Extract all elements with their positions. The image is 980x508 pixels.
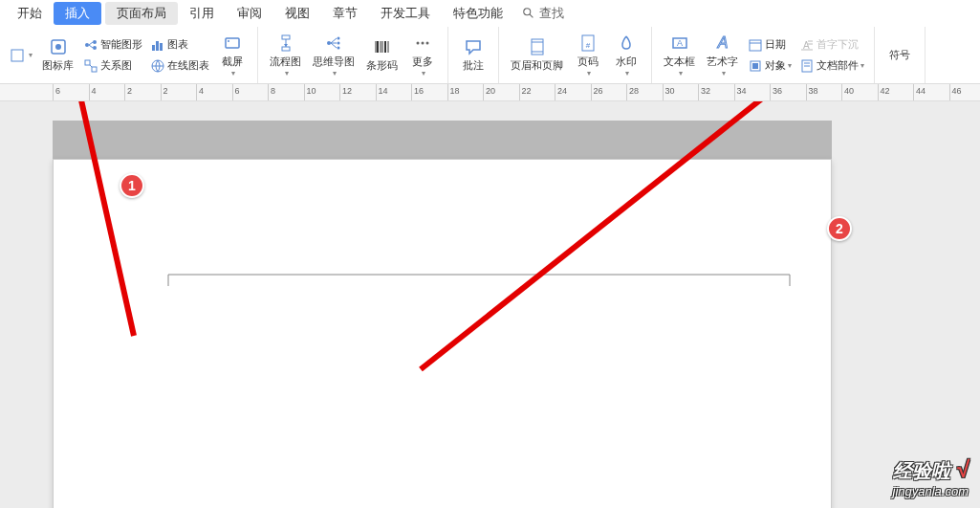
- svg-rect-39: [532, 39, 543, 55]
- dropcap-icon: A: [799, 37, 815, 53]
- tab-view[interactable]: 视图: [273, 2, 321, 25]
- barcode-label: 条形码: [366, 58, 398, 73]
- wordart-button[interactable]: A 艺术字: [701, 32, 744, 79]
- textbox-label: 文本框: [664, 55, 695, 69]
- svg-point-4: [55, 44, 61, 50]
- page-shadow: [53, 121, 832, 159]
- headerfooter-icon: [528, 37, 547, 56]
- screenshot-icon: [223, 33, 242, 53]
- chart-button[interactable]: 图表: [146, 35, 213, 55]
- flowchart-icon: [276, 33, 295, 53]
- svg-line-27: [331, 38, 337, 43]
- dropdown-small[interactable]: [6, 46, 36, 65]
- barcode-button[interactable]: 条形码: [360, 35, 403, 75]
- tab-layout[interactable]: 页面布局: [105, 2, 178, 25]
- more-icon: [413, 33, 432, 53]
- flowchart-button[interactable]: 流程图: [264, 32, 307, 79]
- svg-point-36: [417, 41, 420, 44]
- svg-rect-50: [752, 63, 758, 69]
- header-separator: [168, 273, 790, 284]
- svg-rect-17: [226, 38, 239, 48]
- svg-rect-2: [11, 50, 23, 61]
- pagenum-button[interactable]: # 页码: [569, 32, 607, 79]
- svg-point-37: [422, 41, 425, 44]
- onlinechart-button[interactable]: 在线图表: [146, 56, 213, 76]
- annotation-badge-2: 2: [827, 216, 852, 241]
- tab-insert[interactable]: 插入: [54, 2, 101, 25]
- tab-reference[interactable]: 引用: [178, 2, 226, 25]
- flowchart-label: 流程图: [270, 55, 301, 69]
- svg-point-18: [228, 40, 229, 42]
- comment-button[interactable]: 批注: [454, 35, 492, 75]
- barcode-icon: [373, 37, 392, 56]
- horizontal-ruler: 6422468101214161820222426283032343638404…: [0, 84, 980, 101]
- symbol-label: 符号: [889, 48, 910, 62]
- symbol-button[interactable]: 符号: [881, 46, 919, 64]
- svg-line-1: [530, 14, 534, 18]
- svg-rect-10: [85, 60, 90, 65]
- comment-label: 批注: [463, 58, 484, 73]
- tab-chapter[interactable]: 章节: [321, 2, 369, 25]
- document-canvas: 1 2 经验啦 √ jingyanla.com: [0, 101, 980, 508]
- dropcap-button: A首字下沉: [795, 35, 868, 55]
- iconlib-label: 图标库: [42, 58, 74, 73]
- pagenum-label: 页码: [577, 55, 599, 69]
- svg-line-8: [89, 42, 93, 45]
- object-icon: [748, 58, 763, 74]
- iconlib-button[interactable]: 图标库: [36, 35, 79, 75]
- more-button[interactable]: 更多: [403, 32, 442, 79]
- svg-point-26: [338, 46, 340, 49]
- wordart-icon: A: [713, 33, 732, 53]
- docparts-icon: [799, 58, 815, 74]
- date-button[interactable]: 日期: [744, 35, 795, 55]
- textbox-icon: A: [670, 33, 689, 53]
- more-label: 更多: [412, 55, 433, 69]
- relation-icon: [83, 58, 98, 74]
- svg-line-9: [89, 45, 93, 48]
- svg-text:A: A: [676, 38, 682, 48]
- tab-review[interactable]: 审阅: [226, 2, 273, 25]
- svg-rect-13: [152, 45, 155, 51]
- object-button[interactable]: 对象: [744, 56, 795, 76]
- date-icon: [748, 37, 763, 53]
- svg-point-25: [338, 41, 340, 44]
- svg-point-7: [93, 46, 97, 50]
- onlinechart-icon: [150, 58, 165, 74]
- ribbon-toolbar: 图标库 智能图形 关系图 图表 在线图表 截屏 流程图 思维导图 条形码: [0, 27, 980, 84]
- svg-point-6: [93, 40, 97, 44]
- svg-text:A: A: [716, 34, 728, 51]
- tab-devtools[interactable]: 开发工具: [369, 2, 442, 25]
- headerfooter-label: 页眉和页脚: [511, 58, 563, 73]
- tab-special[interactable]: 特色功能: [442, 2, 514, 25]
- svg-text:A: A: [803, 40, 810, 51]
- svg-rect-14: [156, 41, 159, 51]
- relation-button[interactable]: 关系图: [79, 56, 146, 76]
- svg-point-38: [426, 41, 429, 44]
- search-label: 查找: [539, 5, 564, 22]
- watermark-button[interactable]: 水印: [607, 32, 645, 79]
- svg-rect-19: [282, 35, 290, 39]
- mindmap-button[interactable]: 思维导图: [307, 32, 360, 79]
- search-box[interactable]: 查找: [522, 5, 564, 22]
- screenshot-button[interactable]: 截屏: [213, 32, 251, 79]
- svg-rect-11: [92, 67, 97, 72]
- pagenum-icon: #: [578, 33, 598, 53]
- svg-rect-47: [750, 40, 761, 51]
- tab-start[interactable]: 开始: [6, 2, 54, 25]
- iconlib-icon: [49, 37, 68, 56]
- watermark-label: 水印: [616, 55, 637, 69]
- docparts-button[interactable]: 文档部件: [795, 56, 868, 76]
- comment-icon: [464, 37, 483, 56]
- chart-icon: [150, 37, 165, 53]
- textbox-button[interactable]: A 文本框: [658, 32, 701, 79]
- annotation-badge-1: 1: [120, 173, 144, 198]
- wordart-label: 艺术字: [707, 55, 738, 69]
- smartart-button[interactable]: 智能图形: [79, 35, 146, 55]
- svg-point-23: [327, 41, 331, 45]
- svg-point-24: [338, 36, 340, 39]
- document-page[interactable]: [53, 159, 832, 508]
- search-icon: [522, 7, 535, 20]
- watermark-logo: 经验啦 √ jingyanla.com: [893, 456, 969, 498]
- watermark-icon: [617, 33, 636, 53]
- headerfooter-button[interactable]: 页眉和页脚: [505, 35, 569, 75]
